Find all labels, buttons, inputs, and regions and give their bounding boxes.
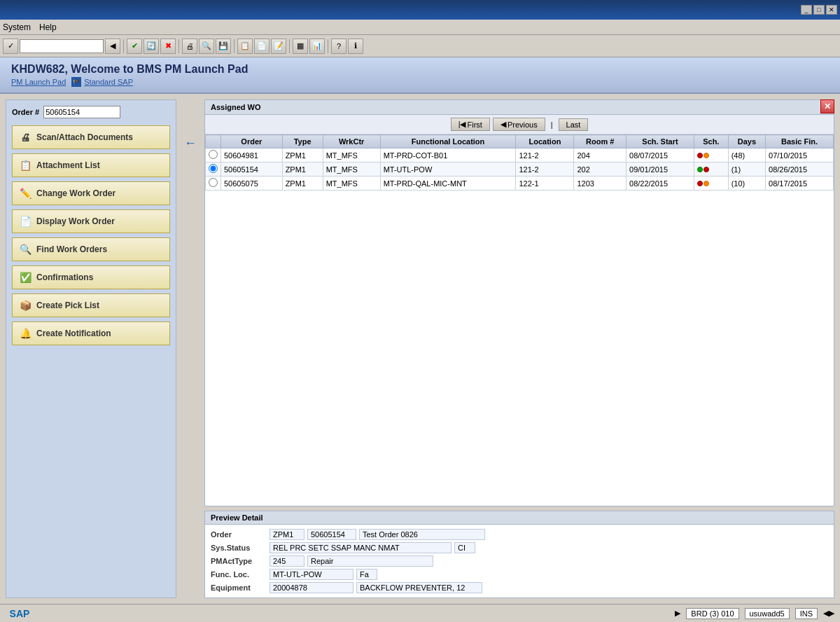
row-sch-status	[694, 177, 728, 191]
wo-panel-header: Assigned WO	[205, 100, 834, 115]
session-field: BRD (3) 010	[686, 608, 738, 619]
col-days[interactable]: Days	[728, 135, 765, 148]
find-work-orders-icon: 🔍	[18, 242, 32, 256]
breadcrumb-pm-launch-pad[interactable]: PM Launch Pad	[11, 78, 66, 86]
scan-attach-button[interactable]: 🖨 Scan/Attach Documents	[12, 125, 170, 149]
table-wrapper: Order Type WrkCtr Functional Location Lo…	[205, 134, 834, 506]
col-order[interactable]: Order	[221, 135, 283, 148]
create-notification-button[interactable]: 🔔 Create Notification	[12, 322, 170, 345]
mode-field: INS	[795, 608, 818, 619]
first-button[interactable]: |◀ First	[451, 118, 490, 131]
create-pick-list-icon: 📦	[18, 298, 32, 312]
close-window-button[interactable]: ✕	[826, 5, 837, 15]
toolbar-grid[interactable]: ▦	[293, 39, 308, 54]
col-location[interactable]: Location	[516, 135, 574, 148]
change-work-order-button[interactable]: ✏️ Change Work Order	[12, 181, 170, 205]
row-radio-input[interactable]	[209, 150, 218, 159]
row-radio-cell[interactable]	[206, 177, 221, 191]
sidebar-arrow-area: ←	[182, 99, 199, 598]
attachment-list-button[interactable]: 📋 Attachment List	[12, 153, 170, 177]
status-bar: SAP ▶ BRD (3) 010 usuwadd5 INS ◀▶	[0, 604, 840, 622]
first-icon: |◀	[458, 120, 466, 129]
preview-func-loc-value: MT-UTL-POW	[270, 569, 354, 580]
col-basic-fin[interactable]: Basic Fin.	[766, 135, 834, 148]
status-dot-green	[697, 167, 703, 172]
order-input[interactable]	[43, 106, 120, 118]
toolbar: ✓ ◀ ✔ 🔄 ✖ 🖨 🔍 💾 📋 📄 📝 ▦ 📊 ? ℹ	[0, 35, 840, 57]
row-sch-status	[694, 148, 728, 163]
preview-panel: Preview Detail Order ZPM1 50605154 Test …	[204, 511, 834, 598]
breadcrumb-standard-sap[interactable]: Standard SAP	[84, 78, 133, 86]
toolbar-print[interactable]: 🖨	[182, 39, 197, 54]
toolbar-save[interactable]: 💾	[216, 39, 231, 54]
toolbar-arrow-left[interactable]: ◀	[105, 39, 120, 54]
toolbar-green-flag[interactable]: ✔	[127, 39, 142, 54]
col-sch[interactable]: Sch.	[694, 135, 728, 148]
col-wrkctr[interactable]: WrkCtr	[323, 135, 380, 148]
toolbar-find[interactable]: 🔍	[199, 39, 214, 54]
confirmations-icon: ✅	[18, 270, 32, 284]
status-dot-red	[697, 181, 703, 186]
toolbar-doc[interactable]: 📝	[271, 39, 286, 54]
navigate-arrow-button[interactable]: ←	[182, 134, 199, 151]
maximize-button[interactable]: □	[813, 5, 825, 15]
last-button[interactable]: Last	[559, 118, 589, 131]
display-work-order-button[interactable]: 📄 Display Work Order	[12, 209, 170, 233]
toolbar-sep2	[178, 39, 179, 53]
toolbar-copy[interactable]: 📋	[237, 39, 253, 54]
preview-equipment-num: 20004878	[270, 582, 354, 593]
previous-button[interactable]: ◀ Previous	[493, 118, 545, 131]
title-bar-buttons: _ □ ✕	[801, 5, 837, 15]
table-row[interactable]: 50604981ZPM1MT_MFSMT-PRD-COT-B01121-2204…	[206, 148, 834, 163]
minimize-button[interactable]: _	[801, 5, 812, 15]
table-row[interactable]: 50605075ZPM1MT_MFSMT-PRD-QAL-MIC-MNT122-…	[206, 177, 834, 191]
preview-header: Preview Detail	[205, 511, 834, 525]
confirmations-button[interactable]: ✅ Confirmations	[12, 265, 170, 289]
row-wrkctr: MT_MFS	[323, 177, 380, 191]
row-radio-input[interactable]	[209, 164, 218, 173]
find-work-orders-button[interactable]: 🔍 Find Work Orders	[12, 237, 170, 261]
row-func-loc: MT-PRD-COT-B01	[380, 148, 516, 163]
toolbar-stop[interactable]: ✖	[160, 39, 176, 54]
toolbar-paste[interactable]: 📄	[254, 39, 270, 54]
menu-help[interactable]: Help	[39, 22, 57, 32]
menu-system[interactable]: System	[3, 22, 31, 32]
right-panel: ✕ Assigned WO |◀ First ◀ Previous | Last	[204, 99, 834, 598]
display-work-order-icon: 📄	[18, 214, 32, 228]
change-work-order-label: Change Work Order	[36, 188, 115, 198]
preview-sys-status-value: REL PRC SETC SSAP MANC NMAT	[270, 542, 451, 553]
col-room[interactable]: Room #	[574, 135, 626, 148]
row-radio-input[interactable]	[209, 178, 218, 187]
toolbar-help[interactable]: ?	[331, 39, 346, 54]
scan-attach-icon: 🖨	[18, 130, 32, 144]
toolbar-command-input[interactable]	[20, 39, 104, 53]
find-work-orders-label: Find Work Orders	[36, 244, 107, 254]
status-dot-red	[704, 167, 709, 172]
row-basic-fin: 08/17/2015	[766, 177, 834, 191]
toolbar-chart[interactable]: 📊	[309, 39, 325, 54]
play-icon: ▶	[675, 609, 680, 618]
col-type[interactable]: Type	[282, 135, 323, 148]
row-radio-cell[interactable]	[206, 163, 221, 177]
col-func-loc[interactable]: Functional Location	[380, 135, 516, 148]
toolbar-back-icon[interactable]: ✓	[3, 39, 18, 54]
close-panel-button[interactable]: ✕	[820, 99, 834, 113]
table-row[interactable]: 50605154ZPM1MT_MFSMT-UTL-POW121-220209/0…	[206, 163, 834, 177]
status-left: SAP	[6, 607, 34, 621]
title-bar: _ □ ✕	[0, 0, 840, 20]
status-dot-orange	[704, 153, 709, 158]
create-pick-list-button[interactable]: 📦 Create Pick List	[12, 293, 170, 317]
user-field: usuwadd5	[745, 608, 790, 619]
toolbar-sep5	[328, 39, 328, 53]
toolbar-refresh[interactable]: 🔄	[144, 39, 159, 54]
col-sch-start[interactable]: Sch. Start	[626, 135, 694, 148]
row-wrkctr: MT_MFS	[323, 148, 380, 163]
previous-label: Previous	[507, 120, 538, 129]
toolbar-info[interactable]: ℹ	[348, 39, 363, 54]
row-order: 50605075	[221, 177, 283, 191]
preview-func-loc-label: Func. Loc.	[211, 570, 267, 579]
first-label: First	[468, 120, 482, 129]
preview-pm-act-desc: Repair	[307, 555, 433, 567]
row-func-loc: MT-PRD-QAL-MIC-MNT	[380, 177, 516, 191]
row-radio-cell[interactable]	[206, 148, 221, 163]
